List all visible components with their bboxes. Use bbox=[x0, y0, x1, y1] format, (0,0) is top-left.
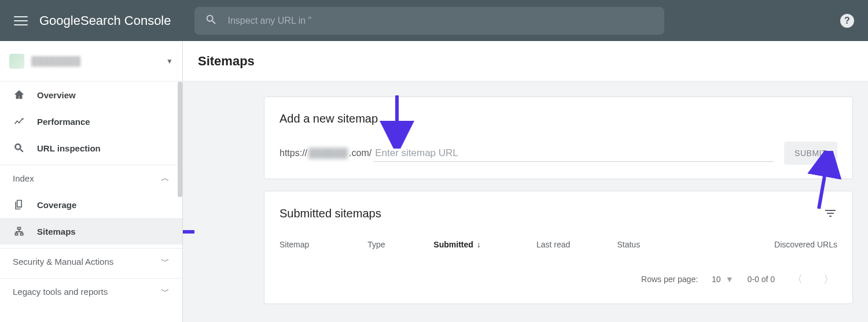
property-name: ████████ bbox=[31, 56, 166, 66]
app-header: Google Search Console ? bbox=[0, 0, 868, 41]
chevron-down-icon: ▼ bbox=[726, 275, 734, 284]
sidebar-item-label: Performance bbox=[37, 117, 90, 127]
chevron-down-icon: ﹀ bbox=[161, 256, 170, 267]
product-logo: Google Search Console bbox=[39, 13, 171, 28]
annotation-arrow bbox=[799, 151, 845, 214]
sidebar-item-label: URL inspection bbox=[37, 143, 101, 153]
table-pager: Rows per page: 10 ▼ 0-0 of 0 〈 〉 bbox=[279, 269, 837, 290]
col-discovered[interactable]: Discovered URLs bbox=[734, 240, 837, 249]
col-submitted[interactable]: Submitted ↓ bbox=[433, 240, 536, 249]
card-heading: Submitted sitemaps bbox=[279, 207, 823, 220]
sidebar-scrollbar[interactable] bbox=[178, 82, 182, 197]
rows-per-page-label: Rows per page: bbox=[641, 275, 698, 284]
arrow-down-icon: ↓ bbox=[477, 240, 481, 249]
add-sitemap-card: Add a new sitemap https:// ██████ .com/ … bbox=[264, 97, 853, 179]
property-selector[interactable]: ████████ ▼ bbox=[0, 41, 182, 82]
page-range: 0-0 of 0 bbox=[748, 275, 775, 284]
card-heading: Add a new sitemap bbox=[279, 112, 837, 125]
menu-icon[interactable] bbox=[14, 14, 28, 28]
sidebar-item-coverage[interactable]: Coverage bbox=[0, 191, 182, 218]
search-icon bbox=[205, 13, 218, 28]
chevron-down-icon: ﹀ bbox=[161, 286, 170, 297]
sidebar-item-url-inspection[interactable]: URL inspection bbox=[0, 135, 182, 161]
sidebar-item-performance[interactable]: Performance bbox=[0, 108, 182, 135]
help-icon[interactable]: ? bbox=[840, 14, 854, 28]
sitemap-url-input[interactable] bbox=[374, 145, 774, 162]
col-last-read[interactable]: Last read bbox=[536, 240, 617, 249]
sidebar-item-overview[interactable]: Overview bbox=[0, 82, 182, 108]
table-header: Sitemap Type Submitted ↓ Last read Statu… bbox=[279, 240, 837, 249]
sidebar: ████████ ▼ Overview Performance URL insp… bbox=[0, 41, 183, 322]
section-label: Legacy tools and reports bbox=[13, 287, 161, 297]
section-label: Security & Manual Actions bbox=[13, 257, 161, 267]
sidebar-item-label: Sitemaps bbox=[37, 227, 76, 236]
sidebar-item-label: Coverage bbox=[37, 200, 76, 210]
page-title: Sitemaps bbox=[183, 41, 868, 82]
section-label: Index bbox=[13, 173, 161, 183]
col-sitemap[interactable]: Sitemap bbox=[279, 240, 367, 249]
pages-icon bbox=[13, 198, 25, 211]
sitemap-prefix: https:// ██████ .com/ bbox=[279, 148, 372, 158]
main-content: Sitemaps Add a new sitemap https:// ████… bbox=[183, 41, 868, 322]
sidebar-section-security[interactable]: Security & Manual Actions ﹀ bbox=[0, 248, 182, 275]
chevron-down-icon: ▼ bbox=[166, 57, 173, 65]
sitemap-icon bbox=[13, 225, 25, 238]
brand-google: Google bbox=[39, 13, 80, 28]
property-favicon bbox=[9, 54, 24, 69]
prev-page-button[interactable]: 〈 bbox=[789, 269, 806, 290]
search-input[interactable] bbox=[218, 16, 654, 26]
sidebar-section-index[interactable]: Index ︿ bbox=[0, 165, 182, 191]
annotation-arrow bbox=[380, 91, 414, 149]
trend-icon bbox=[13, 115, 25, 128]
rows-per-page-select[interactable]: 10 ▼ bbox=[712, 275, 733, 284]
submitted-sitemaps-card: Submitted sitemaps Sitemap Type Submitte… bbox=[264, 191, 853, 304]
sidebar-item-sitemaps[interactable]: Sitemaps bbox=[0, 218, 182, 245]
url-inspect-search[interactable] bbox=[194, 7, 664, 35]
col-status[interactable]: Status bbox=[617, 240, 734, 249]
home-icon bbox=[13, 88, 25, 101]
sidebar-section-legacy[interactable]: Legacy tools and reports ﹀ bbox=[0, 278, 182, 305]
col-type[interactable]: Type bbox=[367, 240, 433, 249]
sidebar-item-label: Overview bbox=[37, 90, 76, 100]
annotation-arrow bbox=[183, 220, 200, 243]
content-canvas: Add a new sitemap https:// ██████ .com/ … bbox=[183, 82, 868, 322]
brand-rest: Search Console bbox=[80, 13, 171, 28]
next-page-button[interactable]: 〉 bbox=[820, 269, 837, 290]
chevron-up-icon: ︿ bbox=[161, 173, 170, 184]
search-icon bbox=[13, 142, 25, 154]
